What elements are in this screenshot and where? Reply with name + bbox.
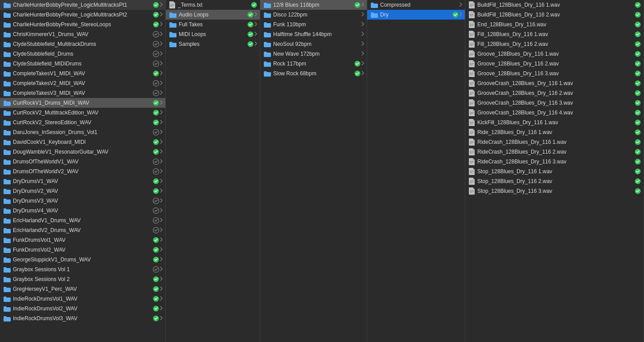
list-item[interactable]: Fill_128Blues_Dry_116 1.wav <box>465 29 644 39</box>
list-item[interactable]: CharlieHunterBobbyPrevite_LogicMultitrac… <box>0 0 165 10</box>
list-item[interactable]: Groove_128Blues_Dry_116 3.wav <box>465 69 644 78</box>
list-item[interactable]: IndieRockDrumsVol3_WAV <box>0 314 165 323</box>
list-item[interactable]: _Terms.txt <box>166 0 260 10</box>
chevron-right-icon <box>160 286 163 292</box>
folder-icon <box>4 316 11 322</box>
list-item[interactable]: Stop_128Blues_Dry_116 3.wav <box>465 186 644 196</box>
list-item[interactable]: DryDrumsV2_WAV <box>0 186 165 196</box>
list-item[interactable]: ClydeStubblefield_Drums <box>0 49 165 59</box>
list-item[interactable]: Funk 110bpm <box>260 20 367 29</box>
item-name: _Terms.txt <box>178 2 249 8</box>
list-item[interactable]: Samples <box>166 39 260 49</box>
sync-green-icon <box>635 80 641 86</box>
list-item[interactable]: RideCrash_128Blues_Dry_116 1.wav <box>465 137 644 147</box>
list-item[interactable]: EricHarlandV1_Drums_WAV <box>0 216 165 225</box>
list-item[interactable]: IndieRockDrumsVol1_WAV <box>0 294 165 304</box>
list-item[interactable]: GrooveCrash_128Blues_Dry_116 2.wav <box>465 88 644 98</box>
list-item[interactable]: EricHarlandV2_Drums_WAV <box>0 225 165 235</box>
list-item[interactable]: ClydeStubblefield_MultitrackDrums <box>0 39 165 49</box>
list-item[interactable]: RideCrash_128Blues_Dry_116 2.wav <box>465 147 644 157</box>
list-item[interactable]: DavidCookV1_Keyboard_MIDI <box>0 137 165 147</box>
list-item[interactable]: IndieRockDrumsVol2_WAV <box>0 304 165 314</box>
list-item[interactable]: ClydeStublefield_MIDIDrums <box>0 59 165 69</box>
list-item[interactable]: ChrisKimmererV1_Drums_WAV <box>0 29 165 39</box>
list-item[interactable]: Graybox Sessions Vol 1 <box>0 265 165 274</box>
list-item[interactable]: Halftime Shuffle 144bpm <box>260 29 367 39</box>
list-item[interactable]: Stop_128Blues_Dry_116 2.wav <box>465 176 644 186</box>
list-item[interactable]: GregHerseyV1_Perc_WAV <box>0 284 165 294</box>
chevron-right-icon <box>459 12 462 17</box>
item-name: DavidCookV1_Keyboard_MIDI <box>13 139 151 145</box>
column-1[interactable]: CharlieHunterBobbyPrevite_LogicMultitrac… <box>0 0 166 342</box>
list-item[interactable]: Graybox Sessions Vol 2 <box>0 274 165 284</box>
list-item[interactable]: DougWambleV1_ResonatorGuitar_WAV <box>0 147 165 157</box>
list-item[interactable]: GrooveCrash_128Blues_Dry_116 4.wav <box>465 108 644 118</box>
list-item[interactable]: GeorgeSluppickV1_Drums_WAV <box>0 255 165 265</box>
list-item[interactable]: CompleteTakesV2_MIDI_WAV <box>0 78 165 88</box>
list-item[interactable]: Rock 117bpm <box>260 59 367 69</box>
list-item[interactable]: CompleteTakesV1_MIDI_WAV <box>0 69 165 78</box>
list-item[interactable]: FunkDrumsVol1_WAV <box>0 235 165 245</box>
list-item[interactable]: DryDrumsV4_WAV <box>0 206 165 216</box>
column-2[interactable]: _Terms.txt Audio Loops Full Takes MIDI L… <box>166 0 260 342</box>
list-item[interactable]: Ride_128Blues_Dry_116 1.wav <box>465 127 644 137</box>
item-name: CharlieHunterBobbyPrevite_LogicMultitrac… <box>13 12 151 18</box>
list-item[interactable]: KickFill_128Blues_Dry_116 1.wav <box>465 118 644 127</box>
list-item[interactable]: Groove_128Blues_Dry_116 1.wav <box>465 49 644 59</box>
column-4[interactable]: Compressed Dry <box>367 0 465 342</box>
sync-green-icon <box>354 70 361 77</box>
list-item[interactable]: DryDrumsV1_WAV <box>0 176 165 186</box>
item-name: CurtRockV2_MultitrackEdition_WAV <box>13 110 151 116</box>
list-item[interactable]: CharlieHunterBobbyPrevite_LogicMultitrac… <box>0 10 165 20</box>
folder-icon <box>4 286 11 292</box>
item-name: Groove_128Blues_Dry_116 3.wav <box>477 70 633 77</box>
list-item[interactable]: CurtRockV1_Drums_MIDI_WAV <box>0 98 165 108</box>
list-item[interactable]: BuildFill_128Blues_Dry_116 1.wav <box>465 0 644 10</box>
list-item[interactable]: MIDI Loops <box>166 29 260 39</box>
list-item[interactable]: NeoSoul 92bpm <box>260 39 367 49</box>
list-item[interactable]: Slow Rock 68bpm <box>260 69 367 78</box>
list-item[interactable]: CharlieHunterBobbyPrevite_StereoLoops <box>0 20 165 29</box>
chevron-right-icon <box>254 22 257 27</box>
chevron-right-icon <box>160 237 163 243</box>
list-item[interactable]: CurtRockV2_MultitrackEdition_WAV <box>0 108 165 118</box>
folder-icon <box>4 81 11 86</box>
list-item[interactable]: DrumsOfTheWorldV1_WAV <box>0 157 165 167</box>
item-name: DryDrumsV4_WAV <box>13 208 151 214</box>
folder-icon <box>264 22 271 28</box>
chevron-right-icon <box>361 12 364 17</box>
list-item[interactable]: Audio Loops <box>166 10 260 20</box>
list-item[interactable]: BuildFill_128Blues_Dry_116 2.wav <box>465 10 644 20</box>
list-item[interactable]: CompleteTakesV3_MIDI_WAV <box>0 88 165 98</box>
list-item[interactable]: Fill_128Blues_Dry_116 2.wav <box>465 39 644 49</box>
list-item[interactable]: DrumsOfTheWorldV2_WAV <box>0 167 165 176</box>
sync-green-icon <box>153 305 159 312</box>
list-item[interactable]: Groove_128Blues_Dry_116 2.wav <box>465 59 644 69</box>
item-name: RideCrash_128Blues_Dry_116 2.wav <box>477 149 633 155</box>
list-item[interactable]: End_128Blues_Dry_116.wav <box>465 20 644 29</box>
list-item[interactable]: DryDrumsV3_WAV <box>0 196 165 206</box>
list-item[interactable]: CurtRockV2_StereoEdition_WAV <box>0 118 165 127</box>
list-item[interactable]: GrooveCrash_128Blues_Dry_116 1.wav <box>465 78 644 88</box>
list-item[interactable]: Dry <box>367 10 465 20</box>
file-icon <box>469 99 475 106</box>
list-item[interactable]: New Wave 172bpm <box>260 49 367 59</box>
list-item[interactable]: Stop_128Blues_Dry_116 1.wav <box>465 167 644 176</box>
list-item[interactable]: 12/8 Blues 116bpm <box>260 0 367 10</box>
list-item[interactable]: FunkDrumsVol2_WAV <box>0 245 165 255</box>
column-3[interactable]: 12/8 Blues 116bpm Disco 122bpm Funk 110b… <box>260 0 367 342</box>
list-item[interactable]: DaruJones_InSession_Drums_Vol1 <box>0 127 165 137</box>
list-item[interactable]: Compressed <box>367 0 465 10</box>
item-name: DougWambleV1_ResonatorGuitar_WAV <box>13 149 151 155</box>
list-item[interactable]: RideCrash_128Blues_Dry_116 3.wav <box>465 157 644 167</box>
list-item[interactable]: Disco 122bpm <box>260 10 367 20</box>
chevron-right-icon <box>160 277 163 282</box>
list-item[interactable]: GrooveCrash_128Blues_Dry_116 3.wav <box>465 98 644 108</box>
list-item[interactable]: Full Takes <box>166 20 260 29</box>
folder-icon <box>264 12 271 18</box>
item-name: RideCrash_128Blues_Dry_116 1.wav <box>477 139 633 145</box>
column-5[interactable]: BuildFill_128Blues_Dry_116 1.wav BuildFi… <box>465 0 644 342</box>
item-name: Halftime Shuffle 144bpm <box>273 31 361 37</box>
item-name: New Wave 172bpm <box>273 51 361 57</box>
chevron-right-icon <box>160 316 163 321</box>
